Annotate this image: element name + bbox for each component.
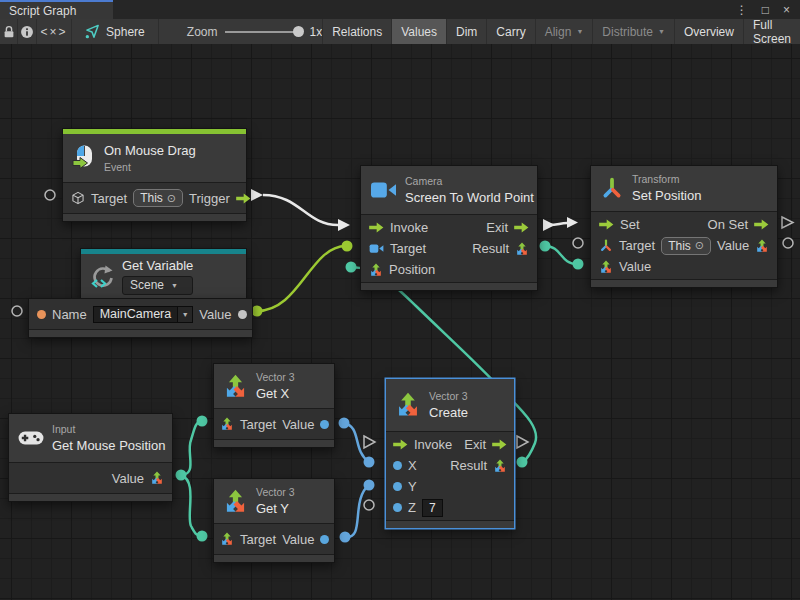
port-z-in[interactable] bbox=[393, 503, 402, 512]
node-title: Get Y bbox=[256, 501, 295, 517]
flow-arrow-icon[interactable] bbox=[492, 439, 507, 450]
port-y-in[interactable] bbox=[393, 482, 402, 491]
gamepad-icon bbox=[18, 430, 44, 446]
flow-arrow-icon[interactable] bbox=[514, 222, 529, 233]
wire-getx-to-x[interactable] bbox=[344, 423, 369, 462]
flow-arrow-icon[interactable] bbox=[393, 439, 408, 450]
variable-name-dropdown[interactable]: ▼ bbox=[178, 306, 193, 323]
wire-arrowhead bbox=[338, 219, 350, 231]
port-label-x: X bbox=[408, 458, 417, 473]
port-value-out[interactable] bbox=[320, 535, 329, 544]
node-category: Vector 3 bbox=[256, 486, 295, 499]
port-create-exit[interactable] bbox=[517, 436, 528, 448]
port-setposition-onset[interactable] bbox=[782, 217, 793, 228]
port-label-target: Target bbox=[240, 417, 276, 432]
z-value-input[interactable]: 7 bbox=[422, 499, 443, 517]
port-label-invoke: Invoke bbox=[390, 220, 428, 235]
node-category: Vector 3 bbox=[256, 371, 295, 384]
node-get-x[interactable]: Vector 3 Get X Target Value bbox=[213, 363, 335, 448]
port-value-out[interactable] bbox=[320, 420, 329, 429]
node-category: Camera bbox=[405, 175, 534, 188]
node-vector3-create[interactable]: Vector 3 Create Invoke Exit X Result Y bbox=[385, 378, 515, 529]
wire-mouse-to-gety[interactable] bbox=[181, 475, 202, 536]
flow-arrow-icon[interactable] bbox=[369, 222, 384, 233]
port-label-z: Z bbox=[408, 500, 416, 515]
port-name-in[interactable] bbox=[37, 310, 46, 319]
wire-trigger-to-invoke[interactable] bbox=[263, 195, 338, 225]
port-label-exit: Exit bbox=[464, 437, 486, 452]
wire-variable-to-target[interactable] bbox=[257, 246, 346, 311]
port-create-invoke[interactable] bbox=[364, 436, 375, 448]
transform-icon bbox=[599, 239, 613, 253]
vector3-icon bbox=[395, 392, 421, 418]
node-title: Get Variable bbox=[122, 258, 193, 274]
chevron-down-icon: ▼ bbox=[182, 311, 189, 318]
variable-scope-dropdown[interactable]: Scene ▼ bbox=[122, 276, 193, 295]
vector3-icon bbox=[369, 263, 383, 277]
target-this-field[interactable]: This ⊙ bbox=[661, 237, 711, 255]
vector3-icon bbox=[150, 471, 164, 485]
flow-arrow-icon[interactable] bbox=[236, 193, 251, 204]
port-trigger-out[interactable] bbox=[251, 189, 263, 201]
port-label-value: Value bbox=[282, 532, 314, 547]
port-label-target: Target bbox=[619, 238, 655, 253]
node-set-position[interactable]: Transform Set Position Set On Set Target… bbox=[590, 165, 778, 288]
node-title: Get Mouse Position bbox=[52, 438, 165, 454]
port-label-on-set: On Set bbox=[708, 217, 748, 232]
target-this-field[interactable]: This ⊙ bbox=[133, 189, 183, 207]
gameobject-cube-icon bbox=[71, 191, 85, 205]
port-getvariable-name[interactable] bbox=[12, 306, 22, 316]
vector3-icon bbox=[223, 374, 248, 399]
variable-name-field[interactable]: MainCamera bbox=[93, 306, 179, 323]
flow-arrow-icon[interactable] bbox=[599, 219, 614, 230]
port-label-target: Target bbox=[390, 241, 426, 256]
wire-gety-to-y[interactable] bbox=[345, 485, 369, 537]
node-category: Event bbox=[104, 161, 196, 174]
node-title: Create bbox=[429, 405, 468, 421]
get-variable-header[interactable]: Get Variable Scene ▼ bbox=[80, 248, 247, 300]
target-picker-icon: ⊙ bbox=[167, 193, 176, 204]
node-title: On Mouse Drag bbox=[104, 143, 196, 159]
vector3-icon bbox=[493, 459, 507, 473]
wire-result-to-value[interactable] bbox=[545, 246, 577, 264]
port-label-invoke: Invoke bbox=[414, 437, 452, 452]
port-label-result: Result bbox=[450, 458, 487, 473]
variable-icon bbox=[90, 265, 114, 289]
port-label-value-in: Value bbox=[619, 259, 651, 274]
port-setposition-value-out[interactable] bbox=[783, 238, 793, 248]
port-exit-out[interactable] bbox=[543, 219, 555, 231]
node-get-mouse-position[interactable]: Input Get Mouse Position Value bbox=[8, 413, 173, 502]
vector3-icon bbox=[220, 417, 234, 431]
transform-icon bbox=[600, 177, 624, 201]
port-value-out[interactable] bbox=[238, 310, 247, 319]
chevron-down-icon: ▼ bbox=[171, 282, 178, 289]
node-title: Set Position bbox=[632, 188, 701, 204]
port-label-value-out: Value bbox=[717, 238, 749, 253]
vector3-icon bbox=[515, 242, 529, 256]
node-get-y[interactable]: Vector 3 Get Y Target Value bbox=[213, 478, 335, 563]
wire-arrowhead bbox=[567, 217, 578, 228]
port-create-z[interactable] bbox=[364, 500, 374, 510]
port-onmousedrag-target[interactable] bbox=[45, 190, 55, 200]
port-label-position: Position bbox=[389, 262, 435, 277]
flow-arrow-icon[interactable] bbox=[754, 219, 769, 230]
vector3-icon bbox=[223, 489, 248, 514]
vector3-icon bbox=[599, 260, 613, 274]
node-on-mouse-drag[interactable]: On Mouse Drag Event Target This ⊙ Trigge… bbox=[62, 128, 247, 222]
node-screen-to-world-point[interactable]: Camera Screen To World Point Invoke Exit… bbox=[360, 165, 538, 291]
node-title: Screen To World Point bbox=[405, 190, 534, 206]
vector3-icon bbox=[755, 239, 769, 253]
node-title: Get X bbox=[256, 386, 295, 402]
port-label-y: Y bbox=[408, 479, 417, 494]
port-x-in[interactable] bbox=[393, 461, 402, 470]
get-variable-body[interactable]: Name MainCamera ▼ Value bbox=[28, 298, 253, 338]
node-category: Vector 3 bbox=[429, 390, 468, 403]
camera-icon bbox=[370, 180, 397, 200]
wire-mouse-to-getx[interactable] bbox=[181, 421, 202, 475]
port-label-value: Value bbox=[112, 471, 144, 486]
port-setposition-target[interactable] bbox=[573, 238, 583, 248]
port-label-set: Set bbox=[620, 217, 640, 232]
port-label-value: Value bbox=[282, 417, 314, 432]
port-label-name: Name bbox=[52, 307, 87, 322]
camera-icon bbox=[369, 243, 384, 254]
